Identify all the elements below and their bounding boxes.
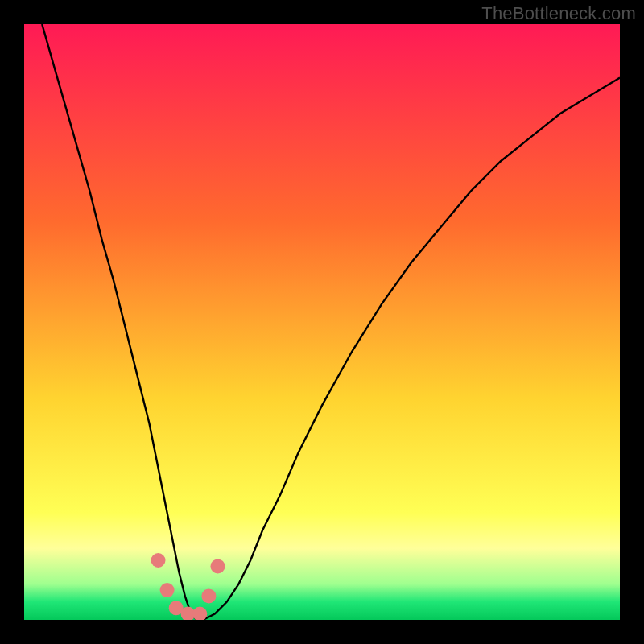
plot-area (24, 24, 620, 620)
plot-svg (24, 24, 620, 620)
gradient-background (24, 24, 620, 620)
data-marker (201, 588, 216, 603)
chart-frame: TheBottleneck.com (0, 0, 644, 644)
data-marker (211, 559, 225, 573)
data-marker (151, 553, 166, 568)
watermark-text: TheBottleneck.com (481, 3, 636, 24)
data-marker (160, 583, 175, 597)
